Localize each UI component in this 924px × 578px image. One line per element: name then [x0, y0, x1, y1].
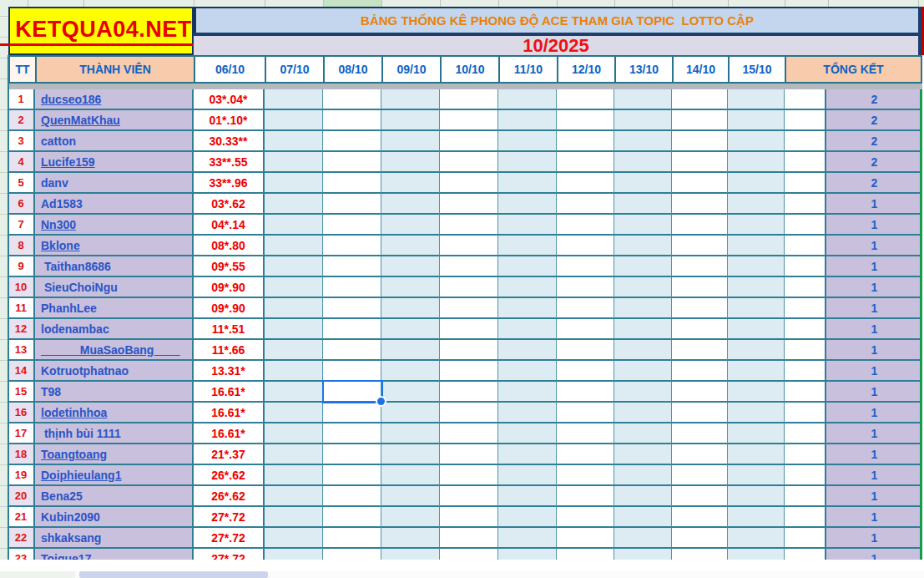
member-link-cell[interactable]: QuenMatKhau	[35, 110, 194, 131]
row-number-cell[interactable]: 15	[8, 382, 35, 403]
empty-date-cell[interactable]	[381, 194, 440, 215]
empty-date-cell[interactable]	[728, 486, 785, 507]
empty-date-cell[interactable]	[728, 340, 785, 361]
row-number-cell[interactable]: 13	[8, 340, 35, 361]
empty-date-cell[interactable]	[265, 403, 323, 423]
empty-date-cell[interactable]	[672, 256, 728, 277]
gap-cell[interactable]	[785, 507, 826, 528]
empty-date-cell[interactable]	[265, 486, 323, 507]
column-header-date[interactable]: 08/10	[325, 57, 383, 82]
empty-date-cell[interactable]	[265, 131, 323, 152]
empty-date-cell[interactable]	[614, 361, 672, 382]
member-name-cell[interactable]: SieuChoiNgu	[35, 277, 194, 298]
total-cell[interactable]: 2	[826, 152, 922, 173]
row-number-cell[interactable]: 5	[8, 173, 35, 194]
column-header-date[interactable]: 12/10	[558, 57, 616, 82]
member-name-cell[interactable]: Taithan8686	[35, 256, 194, 277]
empty-date-cell[interactable]	[381, 152, 440, 173]
empty-date-cell[interactable]	[557, 298, 614, 319]
empty-date-cell[interactable]	[323, 152, 381, 173]
empty-date-cell[interactable]	[672, 423, 728, 444]
empty-date-cell[interactable]	[557, 361, 614, 382]
empty-date-cell[interactable]	[265, 382, 323, 403]
empty-date-cell[interactable]	[672, 361, 728, 382]
empty-date-cell[interactable]	[498, 298, 557, 319]
row-number-cell[interactable]: 18	[8, 444, 35, 465]
empty-date-cell[interactable]	[728, 236, 785, 256]
empty-date-cell[interactable]	[381, 173, 440, 194]
empty-date-cell[interactable]	[381, 298, 440, 319]
empty-date-cell[interactable]	[498, 403, 557, 423]
empty-date-cell[interactable]	[728, 403, 785, 423]
gap-cell[interactable]	[785, 215, 826, 236]
empty-date-cell[interactable]	[323, 507, 381, 528]
member-link-cell[interactable]: Toangtoang	[35, 444, 194, 465]
empty-date-cell[interactable]	[440, 465, 498, 486]
scrollbar-thumb[interactable]	[79, 571, 268, 578]
total-cell[interactable]: 1	[826, 528, 922, 549]
empty-date-cell[interactable]	[440, 236, 498, 256]
row-number-cell[interactable]: 16	[8, 403, 35, 423]
gap-cell[interactable]	[785, 528, 826, 549]
gap-cell[interactable]	[785, 152, 826, 173]
member-name-cell[interactable]: Ad1583	[35, 194, 194, 215]
empty-date-cell[interactable]	[381, 486, 440, 507]
empty-date-cell[interactable]	[557, 236, 614, 256]
total-cell[interactable]: 1	[826, 215, 922, 236]
empty-date-cell[interactable]	[672, 465, 728, 486]
column-header-date[interactable]: 09/10	[383, 57, 442, 82]
row-number-cell[interactable]: 11	[8, 298, 35, 319]
horizontal-scrollbar[interactable]	[0, 571, 924, 578]
empty-date-cell[interactable]	[614, 382, 672, 403]
gap-cell[interactable]	[785, 236, 826, 256]
empty-date-cell[interactable]	[323, 528, 381, 549]
total-cell[interactable]: 1	[826, 403, 922, 423]
empty-date-cell[interactable]	[728, 152, 785, 173]
row-number-cell[interactable]: 7	[8, 215, 35, 236]
empty-date-cell[interactable]	[614, 340, 672, 361]
gap-cell[interactable]	[785, 361, 826, 382]
empty-date-cell[interactable]	[381, 277, 440, 298]
score-cell[interactable]: 21*.37	[194, 444, 265, 465]
empty-date-cell[interactable]	[323, 361, 381, 382]
empty-date-cell[interactable]	[557, 194, 614, 215]
empty-date-cell[interactable]	[672, 236, 728, 256]
empty-date-cell[interactable]	[614, 528, 672, 549]
empty-date-cell[interactable]	[557, 256, 614, 277]
empty-date-cell[interactable]	[614, 256, 672, 277]
empty-date-cell[interactable]	[498, 444, 557, 465]
member-name-cell[interactable]: lodenambac	[35, 319, 194, 340]
empty-date-cell[interactable]	[728, 444, 785, 465]
empty-date-cell[interactable]	[557, 444, 614, 465]
column-header-date[interactable]: 15/10	[730, 57, 786, 82]
empty-date-cell[interactable]	[381, 444, 440, 465]
empty-date-cell[interactable]	[498, 131, 557, 152]
score-cell[interactable]: 26*.62	[194, 465, 265, 486]
gap-cell[interactable]	[785, 340, 826, 361]
member-name-cell[interactable]: Kotruotphatnao	[35, 361, 194, 382]
gap-cell[interactable]	[785, 277, 826, 298]
score-cell[interactable]: 26*.62	[194, 486, 265, 507]
empty-date-cell[interactable]	[440, 361, 498, 382]
empty-date-cell[interactable]	[498, 507, 557, 528]
empty-date-cell[interactable]	[614, 215, 672, 236]
member-name-cell[interactable]: danv	[35, 173, 194, 194]
empty-date-cell[interactable]	[614, 173, 672, 194]
gap-cell[interactable]	[785, 486, 826, 507]
empty-date-cell[interactable]	[440, 215, 498, 236]
member-name-cell[interactable]: Kubin2090	[35, 507, 194, 528]
empty-date-cell[interactable]	[498, 382, 557, 403]
empty-date-cell[interactable]	[265, 89, 323, 110]
total-cell[interactable]: 1	[826, 236, 922, 256]
empty-date-cell[interactable]	[728, 528, 785, 549]
empty-date-cell[interactable]	[557, 507, 614, 528]
score-cell[interactable]: 03*.62	[194, 194, 265, 215]
column-header-date[interactable]: 10/10	[442, 57, 500, 82]
empty-date-cell[interactable]	[381, 403, 440, 423]
empty-date-cell[interactable]	[323, 194, 381, 215]
empty-date-cell[interactable]	[265, 194, 323, 215]
row-number-cell[interactable]: 2	[8, 110, 35, 131]
score-cell[interactable]: 16.61*	[194, 423, 265, 444]
empty-date-cell[interactable]	[265, 361, 323, 382]
empty-date-cell[interactable]	[728, 465, 785, 486]
